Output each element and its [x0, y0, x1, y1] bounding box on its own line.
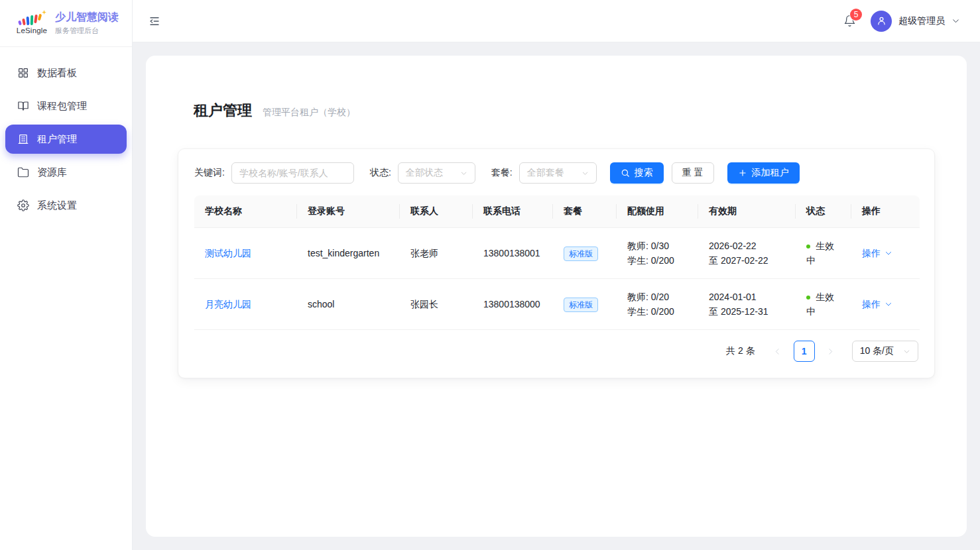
- topbar: 5 超级管理员: [133, 0, 980, 42]
- chevron-down-icon: [951, 17, 960, 25]
- logo-wordmark: LeSingle: [17, 27, 47, 34]
- school-name-link[interactable]: 测试幼儿园: [205, 248, 251, 258]
- gear-icon: [17, 199, 29, 211]
- plan-select[interactable]: 全部套餐: [519, 162, 597, 184]
- chevron-down-icon: [903, 348, 910, 355]
- keyword-input[interactable]: [231, 162, 354, 184]
- pagination-total: 共 2 条: [726, 345, 755, 357]
- page-size-select[interactable]: 10 条/页: [852, 341, 918, 362]
- plan-select-value: 全部套餐: [527, 167, 564, 179]
- validity-cell: 2026-02-22 至 2027-02-22: [698, 228, 796, 279]
- sidebar-item-tenants[interactable]: 租户管理: [5, 125, 127, 154]
- status-cell: 生效中: [796, 279, 851, 330]
- add-tenant-button[interactable]: 添加租户: [727, 162, 800, 184]
- sidebar-collapse-button[interactable]: [149, 15, 160, 27]
- col-phone: 联系电话: [473, 195, 553, 228]
- user-icon: [876, 15, 887, 27]
- school-name-link[interactable]: 月亮幼儿园: [205, 299, 251, 309]
- account-cell: school: [297, 279, 400, 330]
- chevron-right-icon: [826, 347, 835, 356]
- keyword-label: 关键词:: [194, 167, 225, 179]
- col-login-account: 登录账号: [297, 195, 400, 228]
- keyword-filter-group: 关键词:: [194, 162, 354, 184]
- main-area: 5 超级管理员 租户管理 管理平台租户（学校）: [133, 0, 980, 550]
- col-quota: 配额使用: [617, 195, 698, 228]
- chevron-down-icon: [582, 170, 589, 177]
- sidebar-menu: 数据看板 课程包管理 租户管理 资源库 系统设置: [0, 47, 132, 231]
- sidebar-item-course-packages[interactable]: 课程包管理: [5, 91, 127, 121]
- col-status: 状态: [796, 195, 851, 228]
- table-header-row: 学校名称 登录账号 联系人 联系电话 套餐 配额使用 有效期 状态 操作: [194, 195, 920, 228]
- plan-tag: 标准版: [564, 298, 598, 312]
- col-validity: 有效期: [698, 195, 796, 228]
- col-contact: 联系人: [400, 195, 473, 228]
- col-actions: 操作: [851, 195, 920, 228]
- spark-icon: [42, 10, 46, 15]
- pagination-prev-button[interactable]: [767, 341, 788, 362]
- sidebar-item-dashboard[interactable]: 数据看板: [5, 58, 127, 87]
- col-plan: 套餐: [553, 195, 617, 228]
- page-title: 租户管理: [194, 101, 252, 121]
- status-label: 状态:: [370, 167, 391, 179]
- status-select[interactable]: 全部状态: [398, 162, 475, 184]
- sidebar-item-settings[interactable]: 系统设置: [5, 191, 127, 220]
- pagination: 共 2 条 1 10 条/页: [194, 341, 918, 362]
- page-subtitle: 管理平台租户（学校）: [263, 107, 355, 119]
- pagination-next-button[interactable]: [820, 341, 841, 362]
- search-button[interactable]: 搜索: [610, 162, 664, 184]
- sidebar: LeSingle 少儿智慧阅读 服务管理后台 数据看板 课程包管理 租户管理: [0, 0, 133, 550]
- book-icon: [17, 100, 29, 112]
- logo-mark-icon: LeSingle: [16, 12, 48, 34]
- page-size-value: 10 条/页: [860, 345, 894, 357]
- sidebar-item-label: 资源库: [37, 166, 67, 179]
- content-area: 租户管理 管理平台租户（学校） 关键词: 状态: 全部状态: [133, 42, 980, 550]
- phone-cell: 13800138001: [473, 228, 553, 279]
- validity-cell: 2024-01-01 至 2025-12-31: [698, 279, 796, 330]
- plan-tag: 标准版: [564, 247, 598, 261]
- brand-title: 少儿智慧阅读: [55, 11, 119, 23]
- brand-subtitle: 服务管理后台: [55, 26, 119, 36]
- quota-cell: 教师: 0/30 学生: 0/200: [617, 228, 698, 279]
- account-cell: test_kindergarten: [297, 228, 400, 279]
- row-actions-dropdown[interactable]: 操作: [862, 297, 892, 311]
- table-row: 测试幼儿园 test_kindergarten 张老师 13800138001 …: [194, 228, 920, 279]
- chevron-down-icon: [885, 300, 892, 308]
- status-dot: [806, 245, 810, 248]
- status-filter-group: 状态: 全部状态: [370, 162, 475, 184]
- sidebar-item-resources[interactable]: 资源库: [5, 158, 127, 187]
- status-cell: 生效中: [796, 228, 851, 279]
- sidebar-item-label: 租户管理: [37, 133, 77, 146]
- plan-filter-group: 套餐: 全部套餐: [491, 162, 597, 184]
- sidebar-item-label: 数据看板: [37, 67, 77, 80]
- quota-cell: 教师: 0/20 学生: 0/200: [617, 279, 698, 330]
- status-dot: [806, 296, 810, 300]
- status-badge: 生效中: [806, 241, 834, 266]
- user-name: 超级管理员: [898, 15, 945, 27]
- tenant-table: 学校名称 登录账号 联系人 联系电话 套餐 配额使用 有效期 状态 操作: [194, 195, 920, 330]
- status-select-value: 全部状态: [406, 167, 443, 179]
- contact-cell: 张老师: [400, 228, 473, 279]
- table-row: 月亮幼儿园 school 张园长 13800138000 标准版 教师: 0/2…: [194, 279, 920, 330]
- user-menu[interactable]: 超级管理员: [871, 11, 960, 32]
- pagination-page-1[interactable]: 1: [794, 341, 815, 362]
- sidebar-item-label: 系统设置: [37, 199, 77, 212]
- avatar: [871, 11, 892, 32]
- topbar-right: 5 超级管理员: [843, 11, 960, 32]
- plan-label: 套餐:: [491, 167, 513, 179]
- chevron-down-icon: [460, 170, 467, 177]
- chevron-down-icon: [885, 249, 892, 257]
- building-icon: [17, 133, 29, 145]
- plus-icon: [738, 168, 747, 178]
- notifications-button[interactable]: 5: [843, 15, 856, 27]
- col-school-name: 学校名称: [194, 195, 297, 228]
- dashboard-icon: [17, 67, 29, 79]
- phone-cell: 13800138000: [473, 279, 553, 330]
- status-badge: 生效中: [806, 292, 834, 317]
- logo-bars-icon: [19, 12, 45, 25]
- search-icon: [621, 168, 630, 178]
- row-actions-dropdown[interactable]: 操作: [862, 246, 892, 260]
- reset-button[interactable]: 重 置: [672, 162, 714, 184]
- contact-cell: 张园长: [400, 279, 473, 330]
- page-card: 租户管理 管理平台租户（学校） 关键词: 状态: 全部状态: [146, 56, 967, 537]
- filter-bar: 关键词: 状态: 全部状态 套餐:: [194, 162, 918, 184]
